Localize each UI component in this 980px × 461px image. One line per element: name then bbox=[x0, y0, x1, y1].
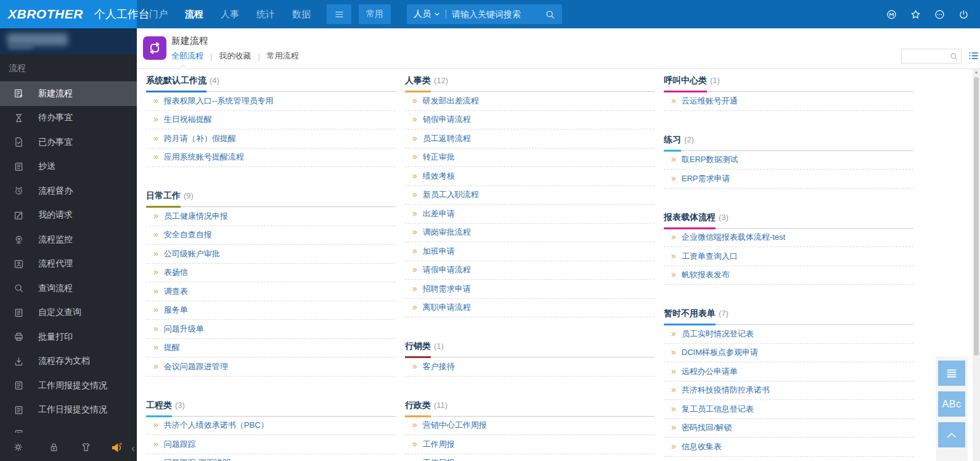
flow-item[interactable]: »转正审批 bbox=[405, 149, 655, 168]
category-header: 报表载体流程(3) bbox=[664, 211, 913, 229]
user-area[interactable] bbox=[0, 28, 137, 54]
scrollbar[interactable]: ▲ bbox=[973, 69, 980, 461]
flow-item[interactable]: »复工员工信息登记表 bbox=[664, 400, 913, 419]
topbar-nav: 门户流程人事统计数据 bbox=[141, 0, 319, 28]
nav-item-3[interactable]: 人事 bbox=[212, 0, 248, 28]
flow-item[interactable]: »企业微信端报表载体流程-test bbox=[664, 229, 913, 248]
sidebar-item-label: 已办事宜 bbox=[38, 137, 73, 148]
flow-item[interactable]: »销假申请流程 bbox=[405, 111, 655, 130]
sidebar-item-12[interactable]: 流程存为文档 bbox=[0, 349, 137, 374]
flow-item[interactable]: »出差申请 bbox=[405, 205, 655, 224]
lock-icon[interactable] bbox=[47, 440, 61, 454]
collapse-icon[interactable] bbox=[128, 442, 138, 456]
flow-item[interactable]: »远程办公申请单 bbox=[664, 362, 913, 381]
flow-item[interactable]: »工作日报 bbox=[405, 454, 655, 461]
nav-item-2[interactable]: 流程 bbox=[176, 0, 212, 28]
sidebar-item-14[interactable]: 工作日报提交情况 bbox=[0, 398, 137, 423]
flow-item[interactable]: »会议问题跟进管理 bbox=[146, 357, 396, 377]
flow-item[interactable]: »营销中心工作周报 bbox=[405, 417, 655, 436]
flow-item[interactable]: »DCIM样板点参观申请 bbox=[664, 344, 913, 363]
nav-item-5[interactable]: 数据 bbox=[284, 0, 319, 28]
sidebar-item-10[interactable]: 自定义查询 bbox=[0, 301, 137, 325]
sidebar-item-1[interactable]: 新建流程 bbox=[0, 81, 137, 106]
search-icon[interactable] bbox=[949, 52, 958, 61]
flow-item[interactable]: »共济科技疫情防控承诺书 bbox=[664, 381, 913, 401]
shirt-icon[interactable] bbox=[79, 440, 93, 454]
flow-item[interactable]: »问题跟踪-跟踪说明 bbox=[146, 454, 396, 461]
search-icon[interactable] bbox=[545, 9, 555, 20]
flow-item[interactable]: »生日祝福提醒 bbox=[146, 111, 396, 130]
search-scope-dropdown[interactable]: 人员 bbox=[414, 9, 440, 20]
nav-item-4[interactable]: 统计 bbox=[248, 0, 284, 28]
sidebar-item-5[interactable]: 流程督办 bbox=[0, 179, 137, 203]
flow-item[interactable]: »研发部出差流程 bbox=[405, 92, 655, 111]
rail-button-label: ABc bbox=[942, 399, 962, 410]
flow-item[interactable]: »调查表 bbox=[146, 282, 396, 301]
flow-item[interactable]: »公司级账户审批 bbox=[146, 245, 396, 264]
tab-1[interactable]: 全部流程 bbox=[171, 51, 203, 62]
m-badge-icon[interactable] bbox=[884, 7, 898, 21]
sidebar-item-6[interactable]: 我的请求 bbox=[0, 203, 137, 228]
flow-item[interactable]: »提醒 bbox=[146, 339, 396, 358]
flow-item[interactable]: »服务单 bbox=[146, 301, 396, 320]
keyword-search-input[interactable] bbox=[452, 9, 539, 19]
star-icon[interactable] bbox=[909, 7, 922, 21]
flow-item[interactable]: »加班申请 bbox=[405, 242, 655, 261]
flow-item[interactable]: »离职申请流程 bbox=[405, 299, 655, 318]
flow-item[interactable]: »跨月请（补）假提醒 bbox=[146, 129, 396, 149]
search-scope-label: 人员 bbox=[414, 9, 431, 20]
flow-item[interactable]: »绩效考核 bbox=[405, 167, 655, 186]
sidebar-item-2[interactable]: 待办事宜 bbox=[0, 106, 137, 131]
flow-item[interactable]: »共济个人绩效承诺书（PBC） bbox=[146, 417, 396, 436]
sidebar-item-3[interactable]: 已办事宜 bbox=[0, 130, 137, 155]
flow-item[interactable]: »调岗审批流程 bbox=[405, 224, 655, 243]
rail-menu-button[interactable] bbox=[938, 361, 965, 386]
power-icon[interactable] bbox=[957, 7, 970, 21]
flow-item[interactable]: »工资单查询入口 bbox=[664, 247, 913, 266]
flow-item[interactable]: »员工实时情况登记表 bbox=[664, 325, 913, 344]
page-title: 新建流程 bbox=[171, 35, 208, 47]
flow-item-label: 密码找回/解锁 bbox=[682, 422, 732, 433]
gear-icon[interactable] bbox=[11, 440, 25, 454]
flow-item[interactable]: »客户接待 bbox=[405, 357, 655, 377]
flow-item[interactable]: »问题跟踪 bbox=[146, 435, 396, 454]
common-button[interactable]: 常用 bbox=[359, 4, 391, 24]
logo-area: XBROTHER 个人工作台 bbox=[0, 0, 137, 28]
sidebar-item-9[interactable]: 查询流程 bbox=[0, 276, 137, 301]
tab-2[interactable]: 我的收藏 bbox=[219, 51, 251, 62]
flow-filter-input[interactable] bbox=[902, 52, 949, 60]
sidebar-item-13[interactable]: 工作周报提交情况 bbox=[0, 373, 137, 398]
flow-item[interactable]: »密码找回/解锁 bbox=[664, 419, 913, 438]
flow-item[interactable]: »信息收集表 bbox=[664, 438, 913, 457]
flow-item[interactable]: »取ERP数据测试 bbox=[664, 151, 913, 170]
scrollbar-thumb[interactable] bbox=[974, 77, 979, 356]
sidebar-item-8[interactable]: 流程代理 bbox=[0, 252, 137, 277]
sidebar-item-11[interactable]: 批量打印 bbox=[0, 325, 137, 349]
flow-item[interactable]: »招聘需求申请 bbox=[405, 280, 655, 299]
flow-item[interactable]: »员工健康情况申报 bbox=[146, 207, 396, 226]
flow-item[interactable]: »应用系统账号提醒流程 bbox=[146, 149, 396, 168]
flow-item[interactable]: »ERP需求申请 bbox=[664, 169, 913, 189]
flow-item[interactable]: »帆软报表发布 bbox=[664, 266, 913, 285]
sidebar-item-4[interactable]: 抄送 bbox=[0, 155, 137, 179]
flow-item[interactable]: »新员工入职流程 bbox=[405, 186, 655, 205]
list-view-icon[interactable] bbox=[966, 49, 980, 62]
flow-item[interactable]: »员工返聘流程 bbox=[405, 129, 655, 149]
flow-item[interactable]: »请假申请流程 bbox=[405, 261, 655, 280]
rail-font-button[interactable]: ABc bbox=[938, 391, 965, 417]
double-chevron-icon: » bbox=[153, 152, 158, 161]
flow-item[interactable]: »云运维账号开通 bbox=[664, 92, 913, 111]
scrollbar-up-arrow[interactable]: ▲ bbox=[973, 70, 980, 74]
tab-3[interactable]: 常用流程 bbox=[267, 51, 299, 62]
flow-item[interactable]: »表扬信 bbox=[146, 264, 396, 283]
flow-item[interactable]: »安全自查自报 bbox=[146, 226, 396, 245]
nav-item-1[interactable]: 门户 bbox=[141, 0, 176, 28]
more-icon[interactable] bbox=[933, 7, 946, 21]
flow-item[interactable]: »报表权限入口--系统管理员专用 bbox=[146, 92, 396, 111]
back-to-top-button[interactable] bbox=[938, 422, 965, 447]
flow-item[interactable]: »问题升级单 bbox=[146, 320, 396, 339]
flow-item[interactable]: »工作周报 bbox=[405, 435, 655, 454]
sidebar-item-7[interactable]: 流程监控 bbox=[0, 227, 137, 252]
apps-menu-button[interactable] bbox=[327, 4, 351, 24]
speaker-icon[interactable] bbox=[110, 440, 124, 454]
